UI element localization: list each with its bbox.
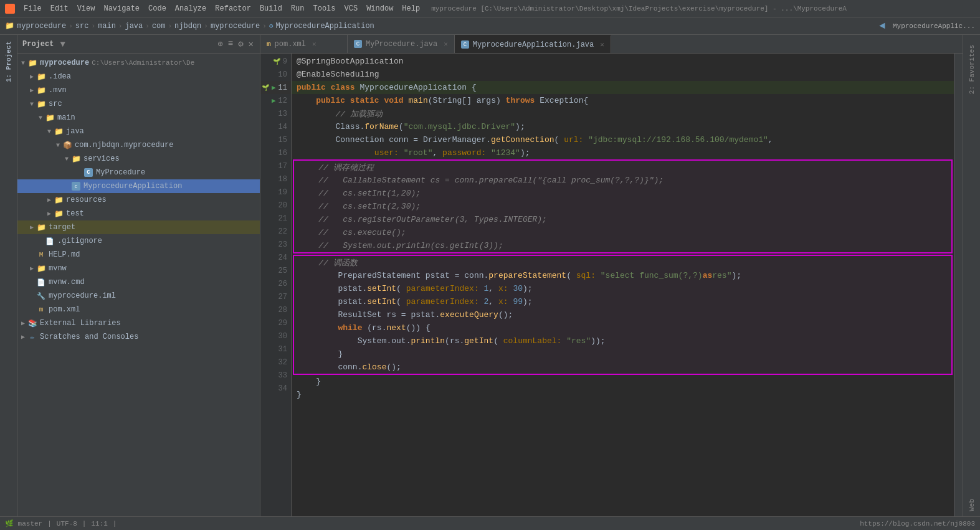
tab-pom[interactable]: m pom.xml ✕ [260,35,348,53]
root-icon: 📁 [27,58,37,68]
menu-navigate[interactable]: Navigate [100,3,143,14]
gutter-line-12: ▶ 12 [260,94,291,107]
gutter-line-15: 15 [260,133,291,146]
tree-scratches[interactable]: ▶ ✏ Scratches and Consoles [17,330,260,344]
code-line-21: // cs.registerOutParameter(3, Types.INTE… [294,213,951,226]
myprocedure-class-icon: C [83,168,93,177]
code-line-19: // cs.setInt(1,20); [294,187,951,200]
breadcrumb-nav-back[interactable]: ◄ [879,21,885,32]
ext-libs-icon: 📚 [27,318,37,328]
breadcrumb-class[interactable]: MyprocedureApplication [275,22,374,31]
tab-app-close[interactable]: ✕ [600,40,604,49]
tree-java[interactable]: ▼ 📁 java [17,125,260,138]
menu-build[interactable]: Build [256,3,286,14]
tree-target[interactable]: ▶ 📁 target [17,220,260,234]
menu-tools[interactable]: Tools [310,3,340,14]
services-toggle: ▼ [62,154,71,163]
tree-pom[interactable]: m pom.xml [17,303,260,316]
tree-root[interactable]: ▼ 📁 myprocedure C:\Users\Administrator\D… [17,56,260,70]
gutter-line-32: 32 [260,356,291,369]
tree-package[interactable]: ▼ 📦 com.njbdqn.myprocedure [17,138,260,152]
breadcrumb-main[interactable]: main [98,22,116,31]
tree-idea[interactable]: ▶ 📁 .idea [17,70,260,83]
tree-gitignore[interactable]: 📄 .gitignore [17,234,260,248]
menu-refactor[interactable]: Refactor [211,3,255,14]
menu-code[interactable]: Code [145,3,170,14]
root-label: myprocedure [40,59,89,67]
iml-spacer [27,291,36,300]
editor-area: m pom.xml ✕ C MyProcedure.java ✕ C Mypro… [260,35,963,516]
test-icon: 📁 [54,209,64,219]
resources-toggle: ▶ [45,196,54,204]
menu-vcs[interactable]: VCS [341,3,362,14]
mvnw-icon: 📁 [36,263,46,273]
tab-app[interactable]: C MyprocedureApplication.java ✕ [455,35,611,53]
code-line-22: // cs.execute(); [294,226,951,239]
menu-analyze[interactable]: Analyze [171,3,210,14]
pom-icon: m [36,305,46,315]
tree-myprocedure-class[interactable]: C MyProcedure [17,166,260,179]
tree-resources[interactable]: ▶ 📁 resources [17,193,260,207]
panel-settings-btn[interactable]: ⚙ [237,37,244,50]
tree-src[interactable]: ▼ 📁 src [17,97,260,111]
menu-edit[interactable]: Edit [47,3,72,14]
status-sep3: | [113,520,117,528]
code-line-14: Class.forName("com.mysql.jdbc.Driver"); [292,120,954,133]
idea-toggle: ▶ [27,72,36,81]
web-vtab[interactable]: Web [966,494,978,516]
tree-ext-libs[interactable]: ▶ 📚 External Libraries [17,316,260,330]
spring-icon-11: 🌱 [262,84,269,92]
menu-window[interactable]: Window [363,3,397,14]
menu-file[interactable]: File [20,3,45,14]
gutter-line-34: 34 [260,382,291,395]
tab-pom-close[interactable]: ✕ [312,40,316,48]
status-url: https://blog.csdn.net/nj0803 [860,520,975,528]
gutter-line-9: 🌱 9 [260,55,291,68]
app-class-toggle-spacer [62,182,71,191]
panel-close-btn[interactable]: ✕ [247,37,255,50]
menu-run[interactable]: Run [287,3,308,14]
code-line-11: public class MyprocedureApplication { [292,81,954,94]
gutter-line-25: 25 [260,264,291,277]
tree-test[interactable]: ▶ 📁 test [17,207,260,220]
breadcrumb-recent[interactable]: MyprocedureApplic... [893,22,975,30]
root-path: C:\Users\Administrator\De [92,59,194,67]
tree-mvnwcmd[interactable]: 📄 mvnw.cmd [17,275,260,289]
menu-help[interactable]: Help [398,3,424,14]
breadcrumb-sep-4: › [168,22,173,30]
breadcrumb-java[interactable]: java [125,22,143,31]
panel-locate-btn[interactable]: ⊕ [216,37,224,50]
gutter-line-14: 14 [260,120,291,133]
status-bar: 🌿 master | UTF-8 | 11:1 | https://blog.c… [0,516,980,530]
breadcrumb-njbdqn[interactable]: njbdqn [174,22,201,31]
code-line-15: Connection conn = DriverManager.getConne… [292,133,954,146]
tree-mvn[interactable]: ▶ 📁 .mvn [17,83,260,97]
target-label: target [49,223,75,232]
code-content[interactable]: @SpringBootApplication @EnableScheduling… [292,54,954,516]
tree-services[interactable]: ▼ 📁 services [17,152,260,166]
run-icon-12[interactable]: ▶ [272,97,276,105]
gitignore-spacer [36,237,45,245]
gutter-line-20: 20 [260,199,291,212]
panel-dropdown-icon[interactable]: ▼ [59,38,66,50]
panel-collapse-btn[interactable]: ≡ [227,37,234,50]
tab-myprocedure[interactable]: C MyProcedure.java ✕ [348,35,455,53]
breadcrumb-project[interactable]: myprocedure [17,22,66,31]
project-vtab[interactable]: 1: Project [2,37,15,86]
favorites-vtab[interactable]: 2: Favorites [966,40,978,99]
tree-iml[interactable]: 🔧 myprocedure.iml [17,289,260,303]
help-icon: M [36,250,46,260]
breadcrumb-com[interactable]: com [152,22,166,31]
app-class-icon: C [71,181,81,191]
gutter-line-31: 31 [260,343,291,356]
src-toggle: ▼ [27,100,36,108]
breadcrumb-myprocedure-pkg[interactable]: myprocedure [211,22,260,31]
tree-mvnw[interactable]: ▶ 📁 mvnw [17,262,260,275]
tree-main[interactable]: ▼ 📁 main [17,111,260,125]
run-icon-11[interactable]: ▶ [272,83,276,92]
tree-help[interactable]: M HELP.md [17,248,260,262]
tree-app-class[interactable]: C MyprocedureApplication [17,179,260,193]
tab-myprocedure-close[interactable]: ✕ [444,40,448,48]
menu-view[interactable]: View [74,3,99,14]
breadcrumb-src[interactable]: src [75,22,89,31]
